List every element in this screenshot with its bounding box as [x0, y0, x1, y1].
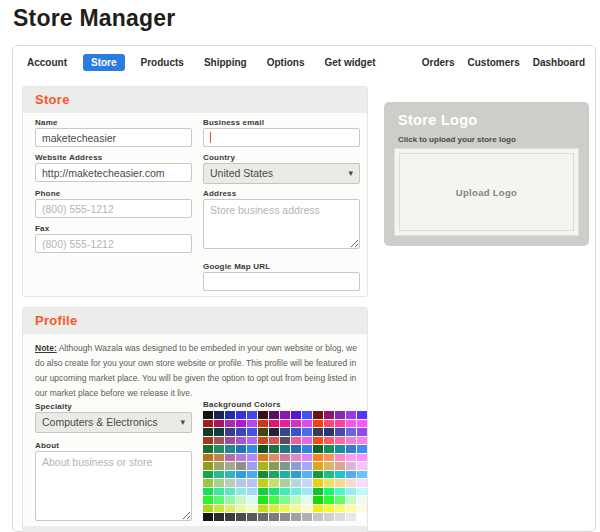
tab-shipping[interactable]: Shipping [200, 54, 251, 71]
color-swatch-r1c2[interactable] [214, 411, 224, 419]
color-swatch-r6c5[interactable] [247, 454, 257, 462]
color-swatch-r9c4[interactable] [236, 479, 246, 487]
color-swatch-r11c10[interactable] [302, 496, 312, 504]
color-swatch-r3c12[interactable] [324, 428, 334, 436]
color-swatch-r11c4[interactable] [236, 496, 246, 504]
color-swatch-r8c4[interactable] [236, 471, 246, 479]
color-swatch-r3c13[interactable] [335, 428, 345, 436]
color-swatch-r10c2[interactable] [214, 488, 224, 496]
color-swatch-r1c12[interactable] [324, 411, 334, 419]
color-swatch-r10c9[interactable] [291, 488, 301, 496]
color-swatch-r6c13[interactable] [335, 454, 345, 462]
color-swatch-r6c7[interactable] [269, 454, 279, 462]
color-swatch-r4c13[interactable] [335, 437, 345, 445]
color-swatch-r5c6[interactable] [258, 445, 268, 453]
color-swatch-r13c13[interactable] [335, 513, 345, 521]
color-swatch-r9c2[interactable] [214, 479, 224, 487]
color-swatch-r7c10[interactable] [302, 462, 312, 470]
color-swatch-r11c11[interactable] [313, 496, 323, 504]
website-input[interactable] [35, 163, 192, 182]
color-swatch-r5c12[interactable] [324, 445, 334, 453]
color-swatch-r6c8[interactable] [280, 454, 290, 462]
color-swatch-r8c13[interactable] [335, 471, 345, 479]
color-swatch-r13c8[interactable] [280, 513, 290, 521]
phone-input[interactable] [35, 199, 192, 218]
nav-customers[interactable]: Customers [468, 57, 520, 68]
tab-account[interactable]: Account [23, 54, 71, 71]
color-swatch-r8c8[interactable] [280, 471, 290, 479]
color-swatch-r11c13[interactable] [335, 496, 345, 504]
color-swatch-r2c15[interactable] [357, 420, 367, 428]
color-swatch-r10c10[interactable] [302, 488, 312, 496]
color-swatch-r7c8[interactable] [280, 462, 290, 470]
color-swatch-r6c1[interactable] [203, 454, 213, 462]
color-swatch-r9c6[interactable] [258, 479, 268, 487]
color-swatch-r1c13[interactable] [335, 411, 345, 419]
color-swatch-r9c10[interactable] [302, 479, 312, 487]
color-swatch-r12c14[interactable] [346, 505, 356, 513]
color-swatch-r4c15[interactable] [357, 437, 367, 445]
color-swatch-r7c4[interactable] [236, 462, 246, 470]
color-swatch-r4c10[interactable] [302, 437, 312, 445]
address-textarea[interactable] [203, 199, 360, 249]
color-swatch-r3c2[interactable] [214, 428, 224, 436]
color-swatch-r6c9[interactable] [291, 454, 301, 462]
color-swatch-r10c7[interactable] [269, 488, 279, 496]
color-swatch-r8c10[interactable] [302, 471, 312, 479]
color-swatch-r1c15[interactable] [357, 411, 367, 419]
color-swatch-r13c6[interactable] [258, 513, 268, 521]
color-swatch-r12c4[interactable] [236, 505, 246, 513]
upload-logo-dropzone[interactable]: Upload Logo [394, 148, 579, 236]
color-swatch-r13c14[interactable] [346, 513, 356, 521]
color-swatch-r4c14[interactable] [346, 437, 356, 445]
color-swatch-r3c7[interactable] [269, 428, 279, 436]
color-swatch-r2c5[interactable] [247, 420, 257, 428]
color-swatch-r8c3[interactable] [225, 471, 235, 479]
color-swatch-r8c9[interactable] [291, 471, 301, 479]
business-email-input[interactable] [203, 128, 360, 147]
color-swatch-r13c2[interactable] [214, 513, 224, 521]
color-swatch-r7c13[interactable] [335, 462, 345, 470]
color-swatch-r11c6[interactable] [258, 496, 268, 504]
about-textarea[interactable] [35, 451, 192, 521]
color-swatch-r6c3[interactable] [225, 454, 235, 462]
color-swatch-r9c12[interactable] [324, 479, 334, 487]
color-swatch-r10c8[interactable] [280, 488, 290, 496]
color-swatch-r13c10[interactable] [302, 513, 312, 521]
color-swatch-r1c6[interactable] [258, 411, 268, 419]
color-swatch-r4c7[interactable] [269, 437, 279, 445]
color-swatch-r4c2[interactable] [214, 437, 224, 445]
color-swatch-r7c9[interactable] [291, 462, 301, 470]
color-swatch-r13c1[interactable] [203, 513, 213, 521]
color-swatch-r12c9[interactable] [291, 505, 301, 513]
color-swatch-r4c8[interactable] [280, 437, 290, 445]
color-swatch-r11c7[interactable] [269, 496, 279, 504]
color-swatch-r12c11[interactable] [313, 505, 323, 513]
color-swatch-r6c14[interactable] [346, 454, 356, 462]
color-swatch-r2c10[interactable] [302, 420, 312, 428]
color-swatch-r2c3[interactable] [225, 420, 235, 428]
color-swatch-r12c8[interactable] [280, 505, 290, 513]
color-swatch-r3c4[interactable] [236, 428, 246, 436]
color-swatch-r12c12[interactable] [324, 505, 334, 513]
color-swatch-r10c13[interactable] [335, 488, 345, 496]
color-swatch-r8c15[interactable] [357, 471, 367, 479]
specialty-select[interactable]: Computers & Electronics ▾ [35, 412, 192, 433]
color-swatch-r6c6[interactable] [258, 454, 268, 462]
color-swatch-r1c7[interactable] [269, 411, 279, 419]
color-swatch-r8c5[interactable] [247, 471, 257, 479]
color-swatch-r5c8[interactable] [280, 445, 290, 453]
color-swatch-r3c3[interactable] [225, 428, 235, 436]
color-swatch-r6c12[interactable] [324, 454, 334, 462]
color-swatch-r1c9[interactable] [291, 411, 301, 419]
tab-products[interactable]: Products [137, 54, 188, 71]
color-swatch-r2c9[interactable] [291, 420, 301, 428]
color-swatch-r4c11[interactable] [313, 437, 323, 445]
color-swatch-r5c4[interactable] [236, 445, 246, 453]
color-swatch-r2c11[interactable] [313, 420, 323, 428]
color-swatch-r4c9[interactable] [291, 437, 301, 445]
color-swatch-r5c10[interactable] [302, 445, 312, 453]
color-swatch-r11c3[interactable] [225, 496, 235, 504]
color-swatch-r7c14[interactable] [346, 462, 356, 470]
color-swatch-r8c1[interactable] [203, 471, 213, 479]
